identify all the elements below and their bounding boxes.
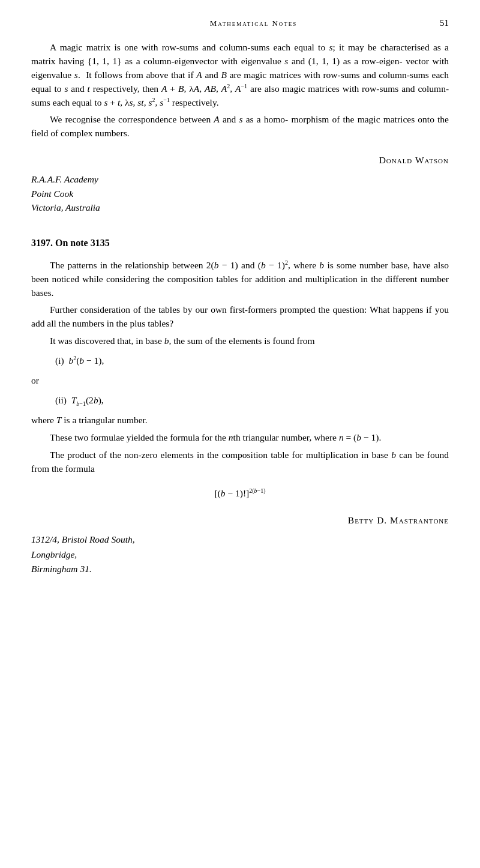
para-s2-2: Further consideration of the tables by o… <box>31 303 449 331</box>
para-s2-3: It was discovered that, in base b, the s… <box>31 334 449 348</box>
where-text: where T is a triangular number. <box>31 414 449 427</box>
author-name-mastrantone: Betty D. Mastrantone <box>348 515 449 525</box>
heading-number: 3197. <box>31 238 53 248</box>
address-line-2: Point Cook <box>31 187 449 200</box>
para-2: We recognise the correspondence between … <box>31 113 449 140</box>
list-item-ii: (ii) Tb−1(2b), <box>55 394 449 408</box>
para-1: A magic matrix is one with row-sums and … <box>31 41 449 110</box>
section-2: 3197. On note 3135 The patterns in the r… <box>31 236 449 577</box>
address-line-3: Victoria, Australia <box>31 200 449 214</box>
author-watson: Donald Watson <box>31 154 449 167</box>
or-text: or <box>31 374 449 388</box>
page: Mathematical Notes 51 A magic matrix is … <box>0 0 480 868</box>
para-s2-5: The product of the non-zero elements in … <box>31 448 449 476</box>
author-mastrantone: Betty D. Mastrantone <box>31 514 449 528</box>
main-content: A magic matrix is one with row-sums and … <box>31 41 449 577</box>
address-line-1: R.A.A.F. Academy <box>31 172 449 186</box>
heading-text: On note 3135 <box>55 238 110 248</box>
header-page-number: 51 <box>440 17 449 30</box>
header-title: Mathematical Notes <box>67 18 440 29</box>
author-name-watson: Donald Watson <box>379 155 449 165</box>
address-mastrantone: 1312/4, Bristol Road South, Longbridge, … <box>31 532 449 577</box>
section-heading-2: 3197. On note 3135 <box>31 236 449 250</box>
address-watson: R.A.A.F. Academy Point Cook Victoria, Au… <box>31 172 449 214</box>
bottom-address-line-3: Birmingham 31. <box>31 562 449 577</box>
bottom-address-line-2: Longbridge, <box>31 547 449 562</box>
page-header: Mathematical Notes 51 <box>31 17 449 30</box>
formula-block: [(b − 1)!]2(b−1) <box>31 487 449 501</box>
bottom-address-line-1: 1312/4, Bristol Road South, <box>31 532 449 547</box>
list-item-i: (i) b2(b − 1), <box>55 354 449 368</box>
para-s2-1: The patterns in the relationship between… <box>31 259 449 300</box>
para-s2-4: These two formulae yielded the formula f… <box>31 431 449 445</box>
